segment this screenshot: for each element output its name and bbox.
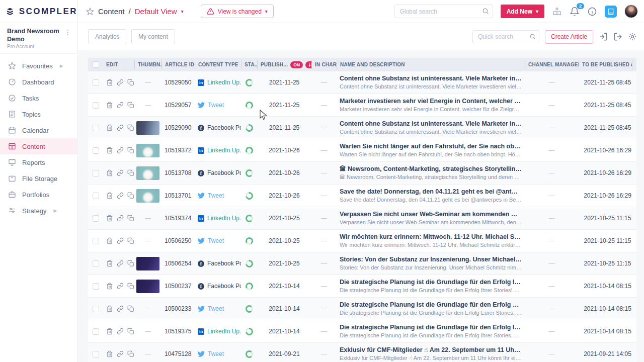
- delete-button[interactable]: [106, 147, 113, 154]
- tab-my-content[interactable]: My content: [131, 29, 175, 44]
- duplicate-button[interactable]: [127, 102, 134, 109]
- name-and-description[interactable]: Wir möchten kurz erinnern: Mittwoch. 11-…: [337, 232, 525, 249]
- duplicate-button[interactable]: [127, 169, 134, 176]
- content-type-label[interactable]: Facebook Post: [207, 124, 241, 131]
- duplicate-button[interactable]: [127, 260, 134, 267]
- name-and-description[interactable]: Exklusiv für CMF-Mitglieder ☝ Am 22. Sep…: [337, 345, 525, 362]
- table-row[interactable]: — 10519372 in f LinkedIn Up... 2021-10-2…: [88, 139, 636, 162]
- sidebar-item-content[interactable]: Content: [0, 138, 77, 154]
- tab-analytics[interactable]: Analytics: [88, 29, 126, 44]
- content-type-label[interactable]: Tweet: [208, 192, 224, 199]
- row-checkbox[interactable]: [93, 102, 99, 109]
- article-title[interactable]: Wir möchten kurz erinnern: Mittwoch. 11-…: [340, 232, 522, 241]
- duplicate-button[interactable]: [127, 215, 134, 222]
- view-changed-button[interactable]: View is changed ▾: [201, 5, 274, 18]
- delete-button[interactable]: [106, 169, 113, 176]
- article-title[interactable]: Marketer investieren sehr viel Energie i…: [340, 97, 522, 106]
- article-title[interactable]: Exklusiv für CMF-Mitglieder ☝ Am 22. Sep…: [340, 345, 522, 354]
- table-row[interactable]: — 10519374 in f LinkedIn Up... 2021-10-2…: [88, 207, 636, 230]
- global-search-input[interactable]: [394, 5, 493, 18]
- row-checkbox[interactable]: [93, 125, 99, 131]
- create-article-button[interactable]: Create Article: [545, 30, 593, 44]
- duplicate-button[interactable]: [127, 328, 134, 335]
- copy-link-button[interactable]: [117, 305, 124, 312]
- sidebar-item-topics[interactable]: Topics: [0, 106, 77, 122]
- article-title[interactable]: Verpassen Sie nicht unser Web-Seminar am…: [340, 210, 522, 219]
- thumbnail[interactable]: [136, 166, 159, 180]
- row-checkbox[interactable]: [93, 147, 99, 154]
- select-all-checkbox[interactable]: [93, 61, 99, 68]
- row-checkbox[interactable]: [93, 283, 99, 290]
- thumbnail[interactable]: [136, 257, 159, 270]
- user-avatar[interactable]: [624, 5, 638, 18]
- delete-button[interactable]: [106, 215, 113, 222]
- column-edit[interactable]: EDIT: [103, 60, 134, 69]
- delete-button[interactable]: [106, 305, 113, 312]
- content-type-label[interactable]: LinkedIn Up...: [207, 79, 241, 86]
- sidebar-item-dashboard[interactable]: Dashboard: [0, 74, 77, 90]
- search-icon[interactable]: [529, 33, 536, 40]
- duplicate-button[interactable]: [127, 192, 134, 199]
- import-button[interactable]: [599, 32, 608, 41]
- column-thumbnail[interactable]: THUMBN...: [134, 60, 162, 69]
- sidebar-item-favourites[interactable]: Favourites ▶: [0, 58, 77, 74]
- table-row[interactable]: — 10513708 in f Facebook Post 2021-10-26: [88, 162, 636, 185]
- delete-button[interactable]: [106, 350, 113, 357]
- column-to-be-published[interactable]: TO BE PUBLISHED AT: [579, 60, 632, 69]
- table-row[interactable]: — 10529050 in f LinkedIn Up... 2021-11-2…: [88, 71, 636, 94]
- breadcrumb-view-selector[interactable]: Default View: [135, 7, 177, 16]
- academy-button[interactable]: [552, 7, 562, 17]
- row-checkbox[interactable]: [93, 170, 99, 176]
- publish-on-toggle[interactable]: ON: [290, 61, 303, 68]
- name-and-description[interactable]: Content ohne Substanz ist uninteressant.…: [337, 119, 525, 136]
- thumbnail[interactable]: [136, 121, 159, 135]
- row-checkbox[interactable]: [93, 79, 99, 86]
- delete-button[interactable]: [106, 124, 113, 131]
- help-center-button[interactable]: [605, 6, 617, 18]
- duplicate-button[interactable]: [127, 283, 134, 290]
- column-status[interactable]: STA...: [241, 60, 257, 69]
- article-title[interactable]: Die strategische Planung ist die Grundla…: [340, 323, 522, 332]
- copy-link-button[interactable]: [117, 215, 124, 222]
- sidebar-item-portfolios[interactable]: Portfolios: [0, 187, 77, 203]
- copy-link-button[interactable]: [117, 350, 124, 357]
- row-checkbox[interactable]: [93, 238, 99, 244]
- copy-link-button[interactable]: [117, 102, 124, 109]
- export-button[interactable]: [613, 32, 622, 41]
- content-type-label[interactable]: LinkedIn Up...: [207, 147, 241, 154]
- table-row[interactable]: — 10506250 in f Tweet 2021-10-25 —: [88, 230, 636, 252]
- name-and-description[interactable]: Die strategische Planung ist die Grundla…: [337, 300, 525, 317]
- column-article-id[interactable]: ARTICLE ID: [162, 60, 195, 69]
- workspace-menu-button[interactable]: ⋮: [62, 28, 73, 37]
- column-name-description[interactable]: NAME AND DESCRIPTION: [337, 60, 525, 69]
- delete-button[interactable]: [106, 192, 113, 199]
- article-title[interactable]: Stories: Von der Substanz zur Inszenieru…: [340, 255, 522, 264]
- sidebar-item-tasks[interactable]: Tasks: [0, 90, 77, 106]
- content-type-label[interactable]: Facebook Post: [207, 169, 241, 176]
- name-and-description[interactable]: Die strategische Planung ist die Grundla…: [337, 278, 525, 295]
- name-and-description[interactable]: Content ohne Substanz ist uninteressant.…: [337, 74, 525, 91]
- sidebar-item-reports[interactable]: Reports: [0, 154, 77, 170]
- article-title[interactable]: Content ohne Substanz ist uninteressant.…: [340, 74, 522, 83]
- table-row[interactable]: — 10513701 in f Tweet 2021-10-26 —: [88, 185, 636, 207]
- info-button[interactable]: [587, 7, 597, 17]
- content-type-label[interactable]: LinkedIn Up...: [207, 328, 241, 335]
- row-checkbox[interactable]: [93, 351, 99, 357]
- view-caret-icon[interactable]: ▾: [181, 9, 184, 14]
- article-title[interactable]: 🏛 Newsroom, Content-Marketing, strategis…: [340, 164, 522, 173]
- row-checkbox[interactable]: [93, 215, 99, 222]
- sort-badge[interactable]: [305, 61, 311, 68]
- article-title[interactable]: Save the date! Donnerstag, den 04.11.21 …: [340, 187, 522, 196]
- copy-link-button[interactable]: [117, 260, 124, 267]
- name-and-description[interactable]: Save the date! Donnerstag, den 04.11.21 …: [337, 187, 525, 204]
- duplicate-button[interactable]: [127, 350, 134, 357]
- column-content-type[interactable]: CONTENT TYPE: [195, 60, 241, 69]
- copy-link-button[interactable]: [117, 124, 124, 131]
- logo[interactable]: SCOMPLER: [0, 0, 78, 23]
- column-publish-on[interactable]: PUBLISH... ON: [257, 60, 311, 69]
- content-type-label[interactable]: Tweet: [208, 237, 224, 244]
- name-and-description[interactable]: 🏛 Newsroom, Content-Marketing, strategis…: [337, 164, 525, 182]
- notifications-button[interactable]: 2: [570, 7, 580, 17]
- sidebar-item-strategy[interactable]: Strategy ▶: [0, 203, 77, 219]
- table-row[interactable]: — 10500233 in f Tweet 2021-10-14 —: [88, 298, 636, 320]
